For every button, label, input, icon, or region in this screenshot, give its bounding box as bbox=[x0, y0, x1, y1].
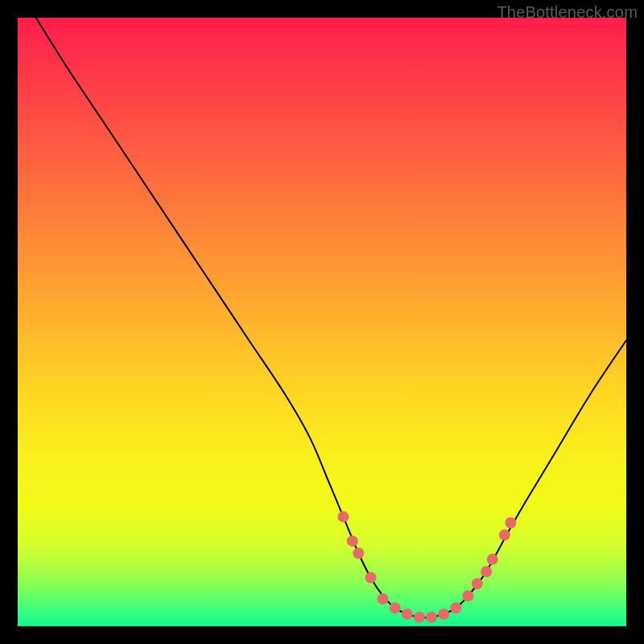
data-point bbox=[438, 609, 449, 620]
data-point bbox=[481, 566, 492, 577]
data-point bbox=[426, 612, 437, 623]
watermark-text: TheBottleneck.com bbox=[497, 3, 638, 22]
data-point bbox=[487, 554, 498, 565]
data-point bbox=[365, 572, 376, 584]
bottleneck-curve bbox=[36, 18, 626, 617]
data-point bbox=[353, 547, 364, 559]
data-point bbox=[499, 530, 510, 541]
data-point bbox=[402, 609, 413, 620]
data-point bbox=[414, 612, 425, 623]
data-point bbox=[378, 593, 389, 605]
data-point bbox=[337, 511, 349, 522]
data-point bbox=[450, 602, 461, 613]
data-point bbox=[472, 578, 483, 589]
chart-svg bbox=[18, 18, 626, 626]
data-point bbox=[390, 602, 401, 613]
data-point bbox=[505, 517, 516, 528]
chart-canvas bbox=[18, 18, 626, 626]
data-point bbox=[347, 535, 358, 547]
data-point bbox=[462, 590, 473, 601]
